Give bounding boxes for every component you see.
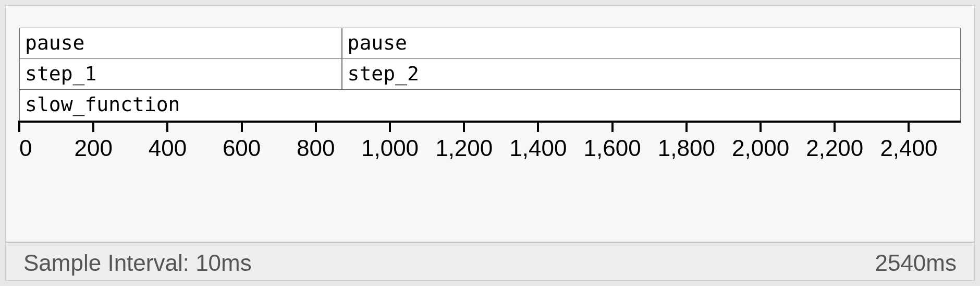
axis-tick	[537, 121, 539, 132]
axis-tick-label: 2,400	[880, 135, 937, 161]
axis-tick-label: 1,800	[658, 135, 715, 161]
axis-tick	[760, 121, 762, 132]
axis-tick-label: 400	[149, 135, 187, 161]
axis-tick	[166, 121, 168, 132]
axis-line	[19, 121, 961, 123]
sample-interval-label: Sample Interval: 10ms	[23, 250, 252, 276]
axis-tick-label: 800	[297, 135, 335, 161]
axis-tick	[241, 121, 243, 132]
axis-tick-label: 600	[223, 135, 261, 161]
axis-tick	[389, 121, 391, 132]
axis-tick-label: 1,600	[584, 135, 641, 161]
axis-tick-label: 1,200	[435, 135, 493, 161]
axis-tick-label: 2,200	[806, 135, 863, 161]
axis-tick	[685, 121, 688, 132]
status-bar: Sample Interval: 10ms 2540ms	[6, 246, 974, 280]
frame-pause[interactable]: pause	[342, 28, 961, 59]
axis-tick	[18, 121, 20, 132]
axis-tick	[611, 121, 614, 132]
flame-chart[interactable]: 02004006008001,0001,2001,4001,6001,8002,…	[19, 16, 961, 173]
frame-pause[interactable]: pause	[19, 28, 342, 59]
axis-tick-label: 200	[74, 135, 112, 161]
flame-chart-panel[interactable]: 02004006008001,0001,2001,4001,6001,8002,…	[6, 6, 974, 243]
axis-tick-label: 1,000	[361, 135, 419, 161]
total-time-label: 2540ms	[875, 250, 957, 276]
axis-tick	[315, 121, 317, 132]
frame-step_1[interactable]: step_1	[19, 58, 342, 90]
axis-tick	[463, 121, 465, 132]
axis-tick-label: 1,400	[509, 135, 567, 161]
time-axis: 02004006008001,0001,2001,4001,6001,8002,…	[19, 121, 961, 168]
axis-tick-label: 2,000	[732, 135, 789, 161]
profiler-window: 02004006008001,0001,2001,4001,6001,8002,…	[5, 5, 975, 281]
axis-tick	[92, 121, 94, 132]
axis-tick-label: 0	[19, 135, 32, 161]
frame-step_2[interactable]: step_2	[342, 58, 961, 90]
axis-tick	[908, 121, 910, 132]
axis-tick	[834, 121, 836, 132]
frame-slow_function[interactable]: slow_function	[19, 89, 961, 121]
